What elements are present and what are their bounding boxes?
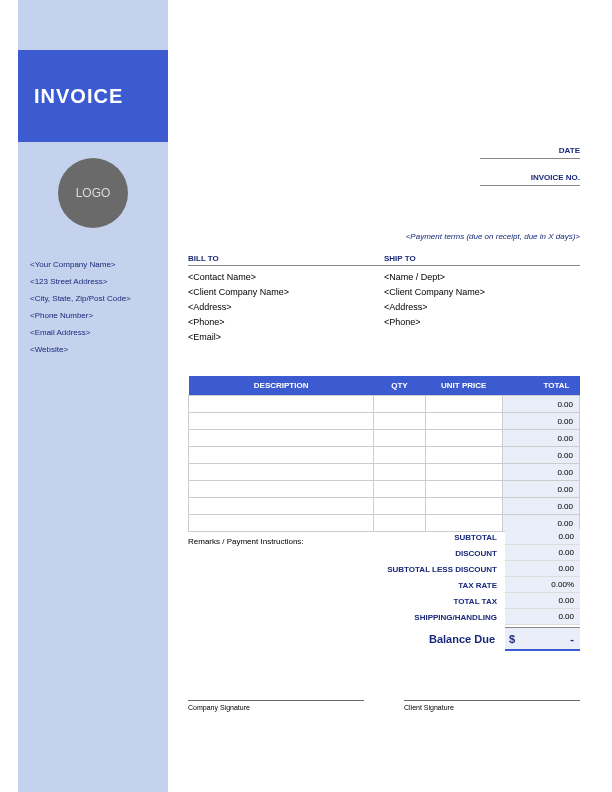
row-total: 0.00 xyxy=(502,430,579,447)
col-total: TOTAL xyxy=(502,376,579,396)
row-total: 0.00 xyxy=(502,498,579,515)
document-title: INVOICE xyxy=(34,85,123,108)
subtotal-less-value: 0.00 xyxy=(505,561,580,577)
row-total: 0.00 xyxy=(502,447,579,464)
ship-phone: <Phone> xyxy=(384,317,580,327)
tax-rate-row: TAX RATE 0.00% xyxy=(188,577,580,593)
remarks-label: Remarks / Payment Instructions: xyxy=(188,537,304,546)
summary-block: Remarks / Payment Instructions: SUBTOTAL… xyxy=(188,529,580,651)
col-unit-price: UNIT PRICE xyxy=(425,376,502,396)
bill-email: <Email> xyxy=(188,332,384,342)
subtotal-less-label: SUBTOTAL LESS DISCOUNT xyxy=(387,565,505,574)
balance-due-row: Balance Due $ - xyxy=(188,627,580,651)
row-total: 0.00 xyxy=(502,396,579,413)
bill-to-header: BILL TO xyxy=(188,254,384,266)
company-city: <City, State, Zip/Post Code> xyxy=(30,294,160,303)
total-tax-row: TOTAL TAX 0.00 xyxy=(188,593,580,609)
subtotal-value: 0.00 xyxy=(505,529,580,545)
table-row: 0.00 xyxy=(189,413,580,430)
company-website: <Website> xyxy=(30,345,160,354)
tax-rate-label: TAX RATE xyxy=(458,581,505,590)
balance-label: Balance Due xyxy=(429,633,505,645)
company-name: <Your Company Name> xyxy=(30,260,160,269)
bill-company: <Client Company Name> xyxy=(188,287,384,297)
table-body: 0.00 0.00 0.00 0.00 0.00 0.00 0.00 0.00 xyxy=(189,396,580,532)
bill-to-column: BILL TO <Contact Name> <Client Company N… xyxy=(188,254,384,347)
company-info-block: <Your Company Name> <123 Street Address>… xyxy=(30,260,160,362)
shipping-label: SHIPPING/HANDLING xyxy=(414,613,505,622)
row-total: 0.00 xyxy=(502,481,579,498)
ship-name: <Name / Dept> xyxy=(384,272,580,282)
ship-company: <Client Company Name> xyxy=(384,287,580,297)
bill-contact: <Contact Name> xyxy=(188,272,384,282)
signatures-block: Company Signature Client Signature xyxy=(188,700,580,711)
invoice-no-label: INVOICE NO. xyxy=(480,173,580,186)
row-total: 0.00 xyxy=(502,464,579,481)
balance-currency: $ xyxy=(505,627,525,651)
table-row: 0.00 xyxy=(189,396,580,413)
total-tax-label: TOTAL TAX xyxy=(454,597,505,606)
bill-address: <Address> xyxy=(188,302,384,312)
col-qty: QTY xyxy=(374,376,425,396)
logo-placeholder: LOGO xyxy=(58,158,128,228)
row-total: 0.00 xyxy=(502,413,579,430)
table-row: 0.00 xyxy=(189,430,580,447)
date-label: DATE xyxy=(480,146,580,159)
ship-address: <Address> xyxy=(384,302,580,312)
tax-rate-value: 0.00% xyxy=(505,577,580,593)
ship-to-column: SHIP TO <Name / Dept> <Client Company Na… xyxy=(384,254,580,347)
discount-label: DISCOUNT xyxy=(455,549,505,558)
table-row: 0.00 xyxy=(189,464,580,481)
subtotal-less-row: SUBTOTAL LESS DISCOUNT 0.00 xyxy=(188,561,580,577)
bill-phone: <Phone> xyxy=(188,317,384,327)
bill-ship-block: BILL TO <Contact Name> <Client Company N… xyxy=(188,254,580,347)
company-email: <Email Address> xyxy=(30,328,160,337)
discount-value: 0.00 xyxy=(505,545,580,561)
balance-value: - xyxy=(525,627,580,651)
total-tax-value: 0.00 xyxy=(505,593,580,609)
subtotal-label: SUBTOTAL xyxy=(454,533,505,542)
table-header-row: DESCRIPTION QTY UNIT PRICE TOTAL xyxy=(189,376,580,396)
company-signature: Company Signature xyxy=(188,700,364,711)
company-phone: <Phone Number> xyxy=(30,311,160,320)
date-invoice-block: DATE INVOICE NO. xyxy=(480,146,580,200)
logo-text: LOGO xyxy=(76,186,111,200)
company-address: <123 Street Address> xyxy=(30,277,160,286)
table-row: 0.00 xyxy=(189,481,580,498)
ship-to-header: SHIP TO xyxy=(384,254,580,266)
line-items-table: DESCRIPTION QTY UNIT PRICE TOTAL 0.00 0.… xyxy=(188,376,580,532)
invoice-header: INVOICE xyxy=(18,50,168,142)
discount-row: DISCOUNT 0.00 xyxy=(188,545,580,561)
client-signature: Client Signature xyxy=(404,700,580,711)
table-row: 0.00 xyxy=(189,498,580,515)
col-description: DESCRIPTION xyxy=(189,376,374,396)
table-row: 0.00 xyxy=(189,447,580,464)
payment-terms: <Payment terms (due on receipt, due in X… xyxy=(406,232,580,241)
shipping-value: 0.00 xyxy=(505,609,580,625)
shipping-row: SHIPPING/HANDLING 0.00 xyxy=(188,609,580,625)
